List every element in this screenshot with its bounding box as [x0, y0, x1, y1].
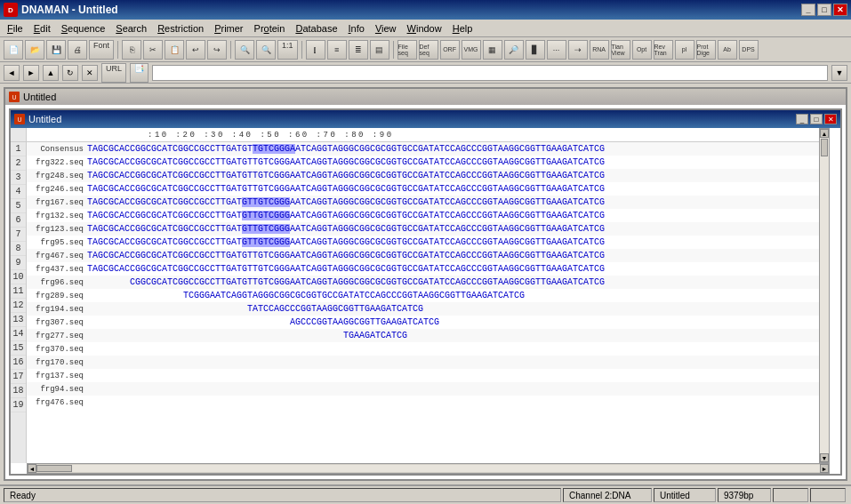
outer-window-title: Untitled — [23, 92, 56, 102]
sig-button[interactable]: ▦ — [483, 40, 502, 60]
seq-name-frg96: frg96.seq — [27, 278, 87, 287]
scroll-track-h — [36, 465, 820, 472]
minimize-button[interactable]: _ — [801, 4, 815, 16]
row-num-13: 13 — [11, 313, 26, 327]
horizontal-scrollbar[interactable]: ◄ ► — [27, 463, 830, 474]
toolbar-sep-1 — [117, 41, 118, 59]
cut-button[interactable]: ✂ — [143, 40, 163, 60]
maximize-button[interactable]: □ — [817, 4, 831, 16]
align-button[interactable]: ⫿ — [306, 40, 325, 60]
dps-button[interactable]: DPS — [739, 40, 759, 60]
nav-back-button[interactable]: ◄ — [4, 65, 20, 81]
paste-button[interactable]: 📋 — [165, 40, 184, 60]
row-num-17: 17 — [11, 370, 26, 384]
menu-help[interactable]: Help — [447, 21, 478, 36]
inner-minimize-button[interactable]: _ — [796, 114, 808, 124]
search2-button[interactable]: 🔎 — [504, 40, 524, 60]
bar-button[interactable]: ▊ — [526, 40, 545, 60]
align3-button[interactable]: ≣ — [349, 40, 368, 60]
new-button[interactable]: 📄 — [4, 40, 23, 60]
zoom-in-button[interactable]: 🔍 — [256, 40, 276, 60]
vertical-scrollbar[interactable]: ▲ ▼ — [819, 128, 830, 463]
vmg-button[interactable]: VMG — [462, 40, 481, 60]
nav-stop-button[interactable]: ✕ — [82, 65, 98, 81]
menu-sequence[interactable]: Sequence — [56, 21, 111, 36]
rna-button[interactable]: RNA — [590, 40, 609, 60]
prot-dige-button[interactable]: Prot Dige — [696, 40, 716, 60]
address-input[interactable] — [152, 65, 828, 81]
seq-name-frg476: frg476.seq — [27, 398, 87, 407]
scroll-left-button[interactable]: ◄ — [28, 464, 36, 473]
close-button[interactable]: ✕ — [833, 4, 847, 16]
nav-forward-button[interactable]: ► — [23, 65, 39, 81]
seq-data-frg277: TGAAGATCATCG — [87, 331, 407, 340]
address-go-button[interactable]: ▼ — [831, 65, 847, 81]
orf-button[interactable]: ORF — [440, 40, 460, 60]
menu-protein[interactable]: Protein — [249, 21, 291, 36]
seq-data-frg95: TAGCGCACCGGCGCATCGGCCGCCTTGATGTTGTCGGGAA… — [87, 237, 605, 247]
scroll-track-v — [820, 138, 829, 453]
sequence-row-frg248: frg248.seq TAGCGCACCGGCGCATCGGCCGCCTTGAT… — [27, 169, 819, 182]
sequence-row-frg123: frg123.seq TAGCGCACCGGCGCATCGGCCGCCTTGAT… — [27, 222, 819, 236]
scroll-down-button[interactable]: ▼ — [820, 453, 829, 462]
save-button[interactable]: 💾 — [46, 40, 66, 60]
pl-button[interactable]: pl — [675, 40, 694, 60]
copy-button[interactable]: ⎘ — [122, 40, 141, 60]
rev-tran-button[interactable]: Rev Tran — [654, 40, 673, 60]
opt-button[interactable]: Opt — [632, 40, 652, 60]
menu-edit[interactable]: Edit — [28, 21, 56, 36]
menu-info[interactable]: Info — [343, 21, 370, 36]
seq-name-frg94: frg94.seq — [27, 385, 87, 394]
inner-close-button[interactable]: ✕ — [824, 114, 837, 124]
sequence-content: 1 2 3 4 5 6 7 8 9 10 11 12 13 14 — [11, 128, 840, 474]
inner-window: U Untitled _ □ ✕ 1 2 — [9, 108, 842, 476]
open-button[interactable]: 📂 — [25, 40, 44, 60]
seq-data-frg123: TAGCGCACCGGCGCATCGGCCGCCTTGATGTTGTCGGGAA… — [87, 224, 605, 234]
align2-button[interactable]: ≡ — [327, 40, 347, 60]
seq-data-frg467: TAGCGCACCGGCGCATCGGCCGCCTTGATGTTGTCGGGAA… — [87, 251, 605, 260]
sequence-row-consensus: Consensus TAGCGCACCGGCGCATCGGCCGCCTTGATG… — [27, 142, 819, 156]
menu-view[interactable]: View — [370, 21, 402, 36]
inner-window-buttons: _ □ ✕ — [796, 114, 837, 124]
sequence-row-frg95: frg95.seq TAGCGCACCGGCGCATCGGCCGCCTTGATG… — [27, 236, 819, 249]
zoom-level[interactable]: 1:1 — [277, 40, 298, 60]
inner-maximize-button[interactable]: □ — [810, 114, 823, 124]
seq-data-frg194: TATCCAGCCCGGTAAGGCGGTTGAAGATCATCG — [87, 304, 423, 314]
status-bar: Ready Channel 2:DNA Untitled 9379bp — [0, 484, 851, 504]
scroll-thumb-v[interactable] — [821, 139, 828, 156]
scroll-right-button[interactable]: ► — [820, 464, 829, 473]
sequence-row-frg246: frg246.seq TAGCGCACCGGCGCATCGGCCGCCTTGAT… — [27, 182, 819, 196]
inner-window-title: Untitled — [28, 114, 61, 124]
menu-primer[interactable]: Primer — [209, 21, 248, 36]
menu-database[interactable]: Database — [290, 21, 342, 36]
zoom-out-button[interactable]: 🔍 — [235, 40, 254, 60]
nav-refresh-button[interactable]: ↻ — [62, 65, 78, 81]
seq-name-frg167: frg167.seq — [27, 198, 87, 207]
status-size: 9379bp — [718, 488, 771, 502]
print-button[interactable]: 🖨 — [68, 40, 87, 60]
dot-button[interactable]: ··· — [547, 40, 566, 60]
tian-button[interactable]: Tian View — [611, 40, 630, 60]
scroll-up-button[interactable]: ▲ — [820, 129, 829, 138]
row-num-8: 8 — [11, 242, 26, 256]
scroll-thumb-h[interactable] — [36, 465, 72, 472]
font-button[interactable]: Font — [89, 40, 114, 60]
sequence-row-frg132: frg132.seq TAGCGCACCGGCGCATCGGCCGCCTTGAT… — [27, 209, 819, 222]
address-bar: ◄ ► ▲ ↻ ✕ URL 📑 ▼ — [0, 62, 851, 84]
menu-restriction[interactable]: Restriction — [152, 21, 209, 36]
align4-button[interactable]: ▤ — [370, 40, 389, 60]
flow-button[interactable]: ⇢ — [568, 40, 588, 60]
bookmark-button[interactable]: 📑 — [130, 63, 149, 83]
redo-button[interactable]: ↪ — [207, 40, 227, 60]
def-seq-button[interactable]: Def seq — [419, 40, 438, 60]
sequence-row-frg370: frg370.seq — [27, 342, 819, 356]
file-seq-button[interactable]: File seq — [397, 40, 417, 60]
menu-file[interactable]: File — [2, 21, 28, 36]
menu-window[interactable]: Window — [402, 21, 447, 36]
ab-button[interactable]: Ab — [718, 40, 737, 60]
seq-data-frg437: TAGCGCACCGGCGCATCGGCCGCCTTGATGTTGTCGGGAA… — [87, 264, 605, 274]
ruler-marks: :10 :20 :30 :40 :50 :60 :70 :80 :90 — [148, 131, 394, 140]
menu-search[interactable]: Search — [110, 21, 152, 36]
undo-button[interactable]: ↩ — [186, 40, 205, 60]
nav-up-button[interactable]: ▲ — [43, 65, 59, 81]
